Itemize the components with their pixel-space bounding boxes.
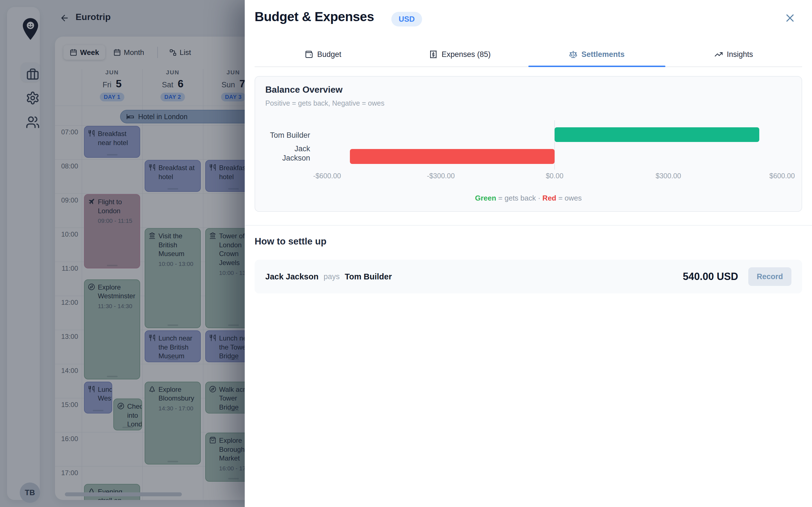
x-tick-label: $300.00 xyxy=(646,172,691,180)
chart-category-label: JackJackson xyxy=(251,144,310,163)
active-tab-indicator xyxy=(528,66,665,67)
settle-heading: How to settle up xyxy=(255,236,326,247)
app-stage: TB Eurotrip WeekMonthList JUN Fri 5 DAY … xyxy=(0,0,812,507)
record-button[interactable]: Record xyxy=(748,267,792,286)
tab-label: Insights xyxy=(727,50,753,59)
modal-tabs: BudgetExpenses (85)SettlementsInsights xyxy=(255,42,802,67)
legend-part: = gets back · xyxy=(496,194,543,202)
close-icon[interactable] xyxy=(784,12,796,24)
budget-expenses-modal: Budget & Expenses USD BudgetExpenses (85… xyxy=(245,0,812,507)
legend-part: = owes xyxy=(556,194,581,202)
bar-tom-builder xyxy=(555,127,759,142)
chart-legend: Green = gets back · Red = owes xyxy=(255,194,802,203)
legend-part: Red xyxy=(543,194,556,202)
x-tick-label: $600.00 xyxy=(760,172,805,180)
balance-title: Balance Overview xyxy=(265,84,343,95)
chart-category-label: Tom Builder xyxy=(251,131,310,140)
settlement-row: Jack Jackson pays Tom Builder 540.00 USD… xyxy=(255,260,802,293)
tab-label: Budget xyxy=(317,50,342,59)
trending-up-icon xyxy=(714,50,723,59)
modal-title: Budget & Expenses xyxy=(255,9,374,24)
bar-jack-jackson xyxy=(350,149,555,164)
balance-subtitle: Positive = gets back, Negative = owes xyxy=(265,99,384,107)
tab-budget[interactable]: Budget xyxy=(255,42,392,67)
x-tick-label: -$600.00 xyxy=(305,172,350,180)
x-tick-label: $0.00 xyxy=(532,172,577,180)
balance-overview-card: Balance Overview Positive = gets back, N… xyxy=(255,76,802,212)
scale-icon xyxy=(569,50,577,59)
settle-amount: 540.00 USD xyxy=(683,271,738,283)
tab-label: Settlements xyxy=(581,50,624,59)
wallet-icon xyxy=(305,50,313,59)
legend-part: Green xyxy=(475,194,496,202)
tab-label: Expenses (85) xyxy=(442,50,491,59)
settle-payee: Tom Builder xyxy=(345,272,392,281)
settle-verb: pays xyxy=(324,272,340,281)
x-tick-label: -$300.00 xyxy=(418,172,463,180)
section-divider xyxy=(245,225,812,226)
tab-insights[interactable]: Insights xyxy=(665,42,802,67)
currency-badge: USD xyxy=(391,12,422,26)
receipt-icon xyxy=(429,50,438,59)
settle-payer: Jack Jackson xyxy=(265,272,319,281)
tab-settlements[interactable]: Settlements xyxy=(528,42,665,67)
tab-expenses-85[interactable]: Expenses (85) xyxy=(392,42,529,67)
